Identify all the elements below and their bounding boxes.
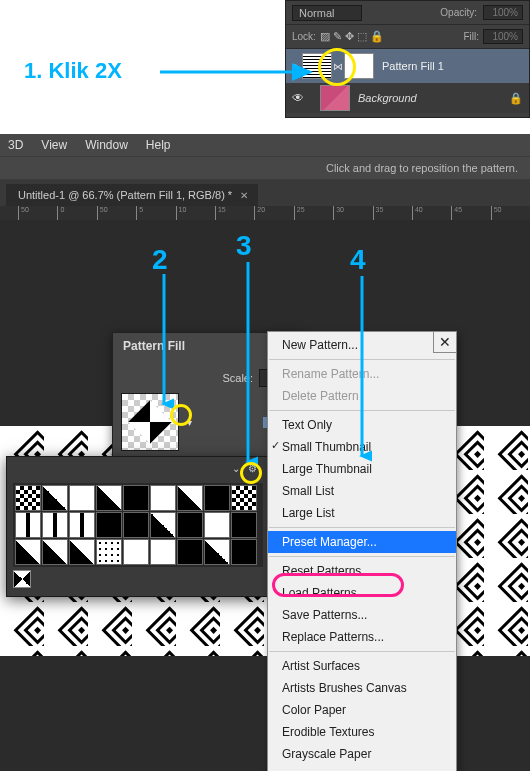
opacity-value[interactable]: 100% [483,5,523,20]
doc-tab[interactable]: Untitled-1 @ 66.7% (Pattern Fill 1, RGB/… [6,184,258,206]
ruler-tick: 45 [451,206,490,220]
pattern-item[interactable] [204,485,230,511]
pattern-item[interactable] [15,485,41,511]
bg-lock-icon: 🔒 [509,92,523,105]
canvas-area: 50 0 50 5 10 15 20 25 30 35 40 45 50 [0,206,530,769]
menu-preset-manager[interactable]: Preset Manager... [268,531,456,553]
pattern-item[interactable] [69,512,95,538]
menu-help[interactable]: Help [146,138,171,152]
options-bar: Click and drag to reposition the pattern… [0,156,530,180]
pattern-item[interactable] [96,539,122,565]
blend-mode-dropdown[interactable]: Normal [292,5,362,21]
lock-all-icon[interactable]: 🔒 [370,30,384,43]
layers-lock-row: Lock: ▨ ✎ ✥ ⬚ 🔒 Fill: 100% [286,25,529,49]
annotation-arrow-1 [160,62,320,82]
pattern-item[interactable] [42,539,68,565]
ruler-tick: 35 [373,206,412,220]
pattern-item[interactable] [231,485,257,511]
pattern-picker-flyout: ⌄ ⚙ [6,456,268,597]
annotation-arrow-3 [238,262,258,472]
ruler-tick: 20 [254,206,293,220]
ruler-tick: 30 [333,206,372,220]
ruler-tick: 25 [294,206,333,220]
menu-window[interactable]: Window [85,138,128,152]
pattern-item[interactable] [204,539,230,565]
pattern-item[interactable] [177,512,203,538]
annotation-arrow-4 [352,276,372,466]
annotation-arrow-2 [154,274,174,414]
layers-panel: Normal Opacity: 100% Lock: ▨ ✎ ✥ ⬚ 🔒 Fil… [285,0,530,118]
doc-tab-label: Untitled-1 @ 66.7% (Pattern Fill 1, RGB/… [18,189,232,201]
lock-crop-icon[interactable]: ⬚ [357,30,367,43]
ps-main-window: 3D View Window Help Click and drag to re… [0,134,530,771]
menu-artist-surfaces[interactable]: Artist Surfaces [268,655,456,677]
layers-blend-row: Normal Opacity: 100% [286,1,529,25]
pattern-item[interactable] [150,539,176,565]
menu-artists-brushes[interactable]: Artists Brushes Canvas [268,677,456,699]
menubar: 3D View Window Help [0,134,530,156]
close-icon[interactable]: ✕ [433,331,457,353]
pattern-item-small[interactable] [13,570,31,588]
ruler-horizontal: 50 0 50 5 10 15 20 25 30 35 40 45 50 [0,206,530,220]
menu-save-patterns[interactable]: Save Patterns... [268,604,456,626]
pattern-item[interactable] [96,485,122,511]
pattern-item[interactable] [123,485,149,511]
pattern-item[interactable] [123,539,149,565]
pattern-grid [13,483,263,567]
ruler-tick: 10 [176,206,215,220]
pattern-item[interactable] [69,485,95,511]
menu-erodible[interactable]: Erodible Textures [268,721,456,743]
pattern-item[interactable] [177,539,203,565]
ruler-tick: 0 [57,206,96,220]
layer-pattern-fill[interactable]: ▾ ⋈ Pattern Fill 1 [286,49,529,83]
lock-icons: ▨ ✎ ✥ ⬚ 🔒 [320,30,384,43]
layer-background[interactable]: 👁 Background 🔒 [286,83,529,113]
menu-view[interactable]: View [41,138,67,152]
pattern-item[interactable] [123,512,149,538]
menu-load-patterns[interactable]: Load Patterns... [268,582,456,604]
lock-trans-icon[interactable]: ▨ [320,30,330,43]
fill-value[interactable]: 100% [483,29,523,44]
pattern-item[interactable] [69,539,95,565]
bg-thumb[interactable] [320,85,350,111]
layer-mask-thumb[interactable] [344,53,374,79]
chevron-down-icon[interactable]: ▾ [187,417,192,428]
menu-grayscale-paper[interactable]: Grayscale Paper [268,743,456,765]
menu-replace-patterns[interactable]: Replace Patterns... [268,626,456,648]
close-icon[interactable]: ✕ [240,190,248,201]
pattern-item[interactable] [15,512,41,538]
pattern-item[interactable] [42,512,68,538]
ruler-tick: 40 [412,206,451,220]
opacity-label: Opacity: [440,7,477,18]
menu-small-list[interactable]: Small List [268,480,456,502]
pattern-item[interactable] [231,512,257,538]
annotation-number-2: 2 [152,244,168,276]
pattern-item[interactable] [96,512,122,538]
pattern-item[interactable] [204,512,230,538]
eye-icon[interactable]: 👁 [292,91,306,105]
doc-tabbar: Untitled-1 @ 66.7% (Pattern Fill 1, RGB/… [0,180,530,206]
pattern-item[interactable] [150,485,176,511]
bg-name-label: Background [358,92,417,104]
menu-color-paper[interactable]: Color Paper [268,699,456,721]
pattern-item[interactable] [177,485,203,511]
annotation-number-3: 3 [236,230,252,262]
options-text: Click and drag to reposition the pattern… [326,162,518,174]
pattern-item[interactable] [15,539,41,565]
ruler-tick: 15 [215,206,254,220]
lock-move-icon[interactable]: ✥ [345,30,354,43]
fill-label: Fill: [463,31,479,42]
lock-brush-icon[interactable]: ✎ [333,30,342,43]
menu-3d[interactable]: 3D [8,138,23,152]
menu-reset-patterns[interactable]: Reset Patterns... [268,560,456,582]
menu-large-list[interactable]: Large List [268,502,456,524]
lock-label: Lock: [292,31,316,42]
layer-link-icon[interactable]: ⋈ [332,61,344,72]
annotation-number-4: 4 [350,244,366,276]
menu-legacy-patterns[interactable]: Legacy Patterns [268,765,456,771]
pattern-item[interactable] [42,485,68,511]
pattern-item[interactable] [150,512,176,538]
ruler-tick: 50 [18,206,57,220]
pattern-item[interactable] [231,539,257,565]
layer-name-label: Pattern Fill 1 [382,60,444,72]
